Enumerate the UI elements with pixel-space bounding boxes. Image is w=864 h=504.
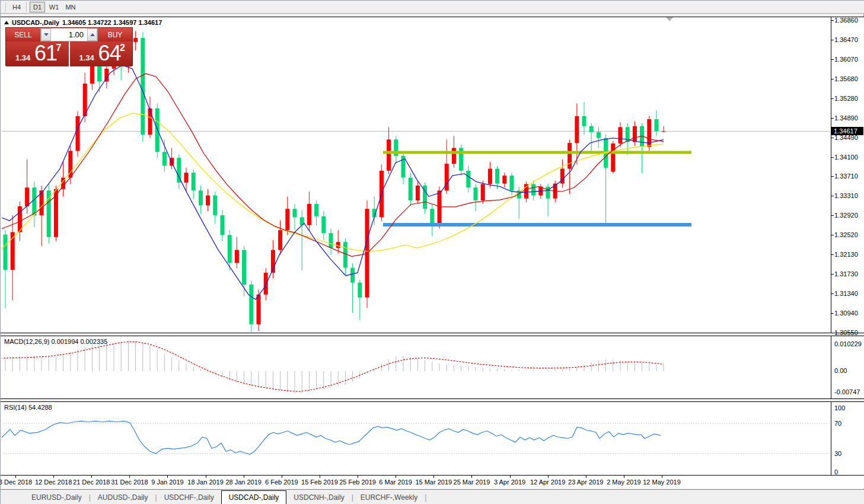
price-axis-tick — [831, 138, 834, 138]
price-axis-tick — [831, 235, 834, 235]
time-axis-tick — [244, 476, 244, 478]
time-axis-tick — [586, 476, 586, 478]
chart-tab-usdcad[interactable]: USDCAD-,Daily — [221, 490, 287, 504]
tab-separator: | — [425, 491, 426, 504]
price-axis-label: 1.34890 — [834, 114, 858, 122]
price-axis-label: 1.32130 — [834, 251, 858, 258]
time-axis-label: 15 Mar 2019 — [415, 479, 452, 486]
volume-decrease-button[interactable] — [41, 28, 51, 41]
rsi-pane[interactable] — [1, 421, 831, 454]
chart-tab-audusd[interactable]: AUDUSD-,Daily — [91, 491, 155, 504]
time-axis-label: 23 Apr 2019 — [568, 479, 603, 486]
price-axis-label: 1.31730 — [834, 270, 858, 277]
rsi-line — [1, 421, 661, 454]
time-axis-label: 25 Feb 2019 — [339, 479, 376, 486]
price-axis-tick — [831, 196, 834, 196]
sell-price-pip: 7 — [56, 43, 62, 53]
time-axis-label: 3 Apr 2019 — [494, 479, 525, 486]
price-axis-label: 1.36070 — [834, 56, 858, 63]
pane-splitter[interactable] — [1, 333, 864, 336]
chart-tab-eurusd[interactable]: EURUSD-,Daily — [24, 491, 89, 504]
buy-price-prefix: 1.34 — [79, 53, 94, 62]
chevron-up-icon — [90, 33, 95, 36]
current-price-badge: 1.34617 — [831, 127, 863, 135]
rsi-indicator-label: RSI(14) 54.4288 — [4, 404, 52, 411]
buy-price-main: 64 — [98, 41, 121, 66]
chart-tab-usdcnh[interactable]: USDCNH-,Daily — [286, 491, 351, 504]
macd-indicator-label: MACD(12,26,9) 0.001994 0.002335 — [4, 338, 107, 345]
price-axis-label: 1.33310 — [834, 192, 858, 199]
time-axis-tick — [320, 476, 320, 478]
time-axis-tick — [624, 476, 624, 478]
time-axis-tick — [206, 476, 206, 478]
rsi-axis-label: 70 — [834, 420, 841, 427]
price-axis-tick — [831, 40, 834, 40]
volume-field[interactable]: 1.00 — [51, 28, 87, 41]
chart-tab-usdchf[interactable]: USDCHF-,Daily — [157, 491, 221, 504]
price-axis-tick — [831, 59, 834, 60]
time-axis-tick — [15, 476, 16, 478]
time-axis-tick — [662, 476, 662, 478]
price-axis-label: 1.33710 — [834, 173, 858, 180]
time-axis-tick — [396, 476, 396, 478]
time-axis-tick — [433, 476, 434, 478]
time-axis-label: 31 Dec 2018 — [111, 479, 148, 486]
price-axis-tick — [831, 176, 834, 177]
volume-stepper: 1.00 — [40, 28, 98, 42]
time-axis-tick — [167, 476, 168, 478]
sell-price-button[interactable]: 1.34 61 7 — [6, 42, 69, 66]
price-axis-label: 1.32920 — [834, 212, 858, 219]
mt4-window: H4D1W1MN USDCAD-,Daily 1.34605 1.34722 1… — [0, 0, 864, 504]
price-axis-tick — [831, 157, 834, 158]
price-axis-label: 1.35680 — [834, 75, 858, 82]
price-axis-tick — [831, 274, 834, 275]
chart-shift-marker-icon[interactable] — [666, 17, 673, 21]
sell-button[interactable]: SELL — [6, 28, 40, 42]
price-axis-tick — [831, 254, 834, 255]
time-axis-label: 18 Jan 2019 — [187, 479, 224, 486]
volume-increase-button[interactable] — [87, 28, 97, 41]
price-axis-tick — [831, 98, 834, 99]
candlestick-series — [4, 31, 666, 334]
macd-axis-label: 0.010229 — [834, 340, 862, 347]
macd-pane[interactable] — [1, 340, 664, 394]
chart-symbol: USDCAD-,Daily — [12, 19, 59, 26]
price-axis-tick — [831, 313, 834, 314]
macd-axis-label: 0.00 — [834, 367, 847, 374]
buy-price-button[interactable]: 1.34 64 2 — [70, 42, 133, 66]
price-axis-label: 1.30550 — [834, 329, 858, 336]
time-axis-label: 15 Feb 2019 — [301, 479, 338, 486]
buy-button[interactable]: BUY — [98, 28, 132, 42]
chart-title: USDCAD-,Daily 1.34605 1.34722 1.34597 1.… — [4, 19, 162, 26]
chevron-down-icon — [44, 33, 49, 36]
one-click-trading-panel: SELL 1.00 BUY 1.34 61 7 1.34 64 2 — [5, 27, 133, 66]
time-axis-label: 28 Jan 2019 — [225, 479, 262, 486]
chart-canvas[interactable] — [1, 1, 831, 489]
chart-ohlc: 1.34605 1.34722 1.34597 1.34617 — [62, 19, 162, 26]
price-axis-label: 1.36860 — [834, 17, 858, 24]
price-axis-label: 1.35280 — [834, 95, 858, 102]
price-axis-tick — [831, 118, 834, 119]
price-axis-label: 1.36470 — [834, 36, 858, 43]
sell-price-main: 61 — [34, 41, 57, 66]
main-price-pane[interactable] — [1, 31, 831, 334]
time-axis-tick — [282, 476, 282, 478]
pane-splitter[interactable] — [1, 398, 864, 402]
time-axis-tick — [548, 476, 549, 478]
chart-tab-bar: EURUSD-,Daily|AUDUSD-,Daily|USDCHF-,Dail… — [1, 489, 864, 504]
time-axis-tick — [471, 476, 472, 478]
ma-mid-line — [1, 74, 664, 256]
time-axis-label: 12 May 2019 — [643, 479, 681, 486]
rsi-axis-label: 100 — [834, 404, 845, 412]
time-axis-tick — [53, 476, 54, 478]
time-axis-tick — [129, 476, 130, 478]
time-axis-label: 12 Dec 2018 — [35, 479, 72, 486]
price-axis-label: 1.34100 — [834, 154, 858, 161]
macd-axis-label: -0.00747 — [834, 388, 860, 395]
price-axis-label: 1.31340 — [834, 290, 858, 297]
rsi-axis-label: 30 — [834, 450, 841, 457]
price-axis-label: 1.30940 — [834, 310, 858, 317]
macd-signal-line — [1, 342, 664, 391]
symbol-triangle-icon — [4, 21, 9, 24]
chart-tab-eurchf[interactable]: EURCHF-,Weekly — [353, 491, 425, 504]
